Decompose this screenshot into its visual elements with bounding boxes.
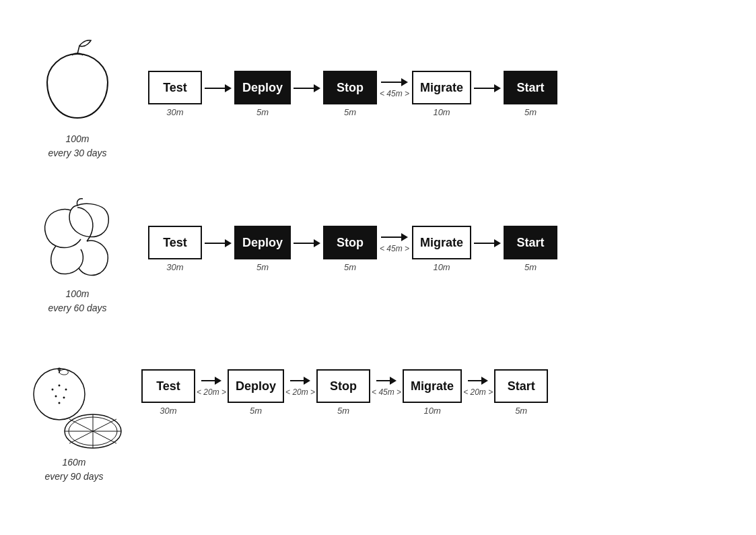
arrow3-time-row2: < 45m > [380, 244, 409, 253]
svg-point-5 [65, 389, 67, 391]
time-test-row1: 30m [166, 107, 183, 117]
step-deploy-row2: Deploy 5m [234, 226, 291, 272]
orange-label: 160mevery 90 days [44, 455, 103, 484]
svg-point-4 [58, 385, 60, 387]
step-stop-row1: Stop 5m [323, 71, 377, 117]
box-start-row2: Start [504, 226, 557, 259]
arrow1-row2 [202, 239, 234, 247]
time-stop-row1: 5m [344, 107, 356, 117]
arrow1-time-row3: < 20m > [197, 387, 226, 397]
fruit-area-banana: 100mevery 60 days [20, 195, 135, 315]
time-test-row2: 30m [166, 262, 183, 272]
step-start-row3: Start 5m [494, 369, 548, 416]
time-start-row2: 5m [524, 262, 537, 272]
box-start-row1: Start [504, 71, 557, 104]
step-migrate-row1: Migrate 10m [412, 71, 471, 117]
time-migrate-row1: 10m [433, 107, 450, 117]
box-migrate-row1: Migrate [412, 71, 471, 104]
step-migrate-row3: Migrate 10m [403, 369, 462, 416]
time-deploy-row3: 5m [250, 406, 262, 416]
step-test-row2: Test 30m [148, 226, 202, 272]
arrow3-time-row1: < 45m > [380, 89, 409, 98]
step-test-row1: Test 30m [148, 71, 202, 117]
arrow2-time-row3: < 20m > [285, 387, 315, 397]
apple-icon [34, 34, 121, 128]
svg-point-7 [63, 397, 65, 399]
svg-point-6 [55, 396, 57, 398]
fruit-area-apple: 100mevery 30 days [20, 34, 135, 160]
step-stop-row3: Stop 5m [316, 369, 370, 416]
step-deploy-row3: Deploy 5m [228, 369, 284, 416]
time-stop-row2: 5m [344, 262, 356, 272]
step-stop-row2: Stop 5m [323, 226, 377, 272]
box-test-row2: Test [148, 226, 202, 259]
time-migrate-row3: 10m [423, 406, 440, 416]
box-stop-row2: Stop [323, 226, 377, 259]
arrow1-row1 [202, 84, 234, 92]
box-stop-row3: Stop [316, 369, 370, 403]
svg-point-1 [34, 369, 85, 420]
time-start-row3: 5m [515, 406, 527, 416]
box-test-row3: Test [141, 369, 195, 403]
time-deploy-row2: 5m [256, 262, 269, 272]
time-deploy-row1: 5m [256, 107, 269, 117]
step-start-row2: Start 5m [504, 226, 557, 272]
pipeline-row2: Test 30m Deploy 5m Stop 5m < 45m > Migra… [148, 226, 557, 272]
arrow2-row1 [291, 84, 323, 92]
arrow2-row3: < 20m > [284, 377, 316, 397]
orange-icon [22, 364, 127, 451]
arrow4-row2 [471, 239, 504, 247]
arrow4-row1 [471, 84, 504, 92]
time-test-row3: 30m [160, 406, 176, 416]
arrow2-row2 [291, 239, 323, 247]
box-start-row3: Start [494, 369, 548, 403]
box-deploy-row3: Deploy [228, 369, 284, 403]
step-start-row1: Start 5m [504, 71, 557, 117]
banana-label: 100mevery 60 days [48, 287, 106, 315]
svg-point-3 [51, 389, 53, 391]
step-deploy-row1: Deploy 5m [234, 71, 291, 117]
pipeline-row1: Test 30m Deploy 5m Stop 5m < 45m > Migra… [148, 71, 557, 117]
time-stop-row3: 5m [337, 406, 349, 416]
arrow4-row3: < 20m > [462, 377, 494, 397]
arrow3-row1: < 45m > [377, 78, 412, 98]
step-test-row3: Test 30m [141, 369, 195, 416]
apple-label: 100mevery 30 days [48, 132, 106, 160]
box-test-row1: Test [148, 71, 202, 104]
time-start-row1: 5m [524, 107, 537, 117]
arrow4-time-row3: < 20m > [463, 387, 493, 397]
box-migrate-row3: Migrate [403, 369, 462, 403]
svg-point-8 [58, 402, 60, 404]
box-stop-row1: Stop [323, 71, 377, 104]
arrow3-time-row3: < 45m > [372, 387, 401, 397]
arrow3-row3: < 45m > [370, 377, 403, 397]
box-deploy-row2: Deploy [234, 226, 291, 259]
arrow3-row2: < 45m > [377, 233, 412, 253]
pipeline-row3: Test 30m < 20m > Deploy 5m < 20m > Stop … [141, 369, 548, 416]
box-deploy-row1: Deploy [234, 71, 291, 104]
svg-line-0 [77, 46, 79, 54]
step-migrate-row2: Migrate 10m [412, 226, 471, 272]
arrow1-row3: < 20m > [195, 377, 228, 397]
diagram-container: 100mevery 30 days Test 30m Deploy 5m Sto… [0, 0, 756, 535]
banana-icon [30, 195, 125, 283]
time-migrate-row2: 10m [433, 262, 450, 272]
fruit-area-orange: 160mevery 90 days [13, 364, 135, 484]
box-migrate-row2: Migrate [412, 226, 471, 259]
